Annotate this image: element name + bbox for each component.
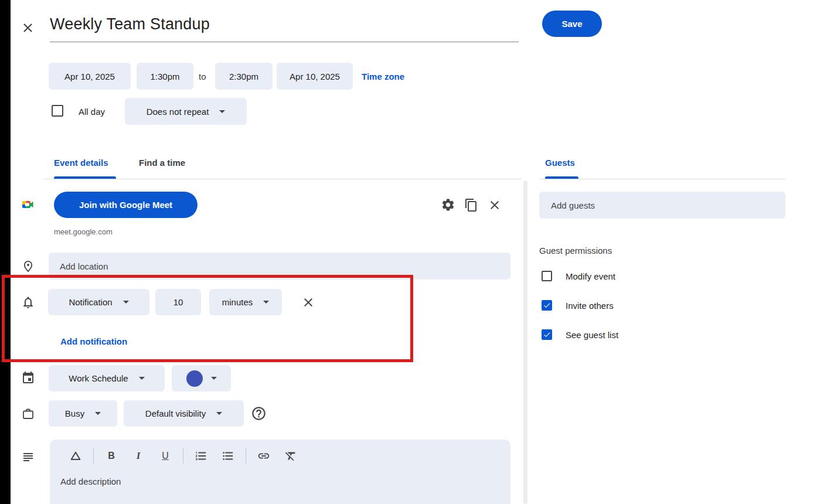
join-meet-button[interactable]: Join with Google Meet: [54, 192, 198, 218]
close-editor-button[interactable]: [19, 19, 36, 36]
bulleted-list-icon: [222, 449, 234, 462]
notification-type-value: Notification: [69, 297, 112, 307]
chevron-down-icon: [123, 301, 129, 304]
see-guest-list-label: See guest list: [566, 330, 618, 340]
google-meet-icon: [21, 197, 35, 212]
title-underline: [50, 42, 519, 42]
remove-notification-button[interactable]: [301, 295, 315, 309]
chevron-down-icon: [219, 110, 225, 113]
tabs-divider-left: [44, 179, 522, 179]
toolbar-divider: [93, 448, 94, 464]
toolbar-divider: [183, 448, 183, 464]
description-icon: [21, 450, 35, 464]
modify-event-checkbox[interactable]: [542, 271, 552, 281]
invite-others-label: Invite others: [566, 301, 614, 311]
meet-url-text: meet.google.com: [54, 227, 113, 236]
notification-type-dropdown[interactable]: Notification: [48, 289, 149, 315]
tab-find-a-time[interactable]: Find a time: [139, 158, 185, 168]
end-date-chip[interactable]: Apr 10, 2025: [277, 63, 353, 90]
briefcase-icon: [21, 407, 35, 421]
busy-status-dropdown[interactable]: Busy: [49, 400, 117, 427]
annotation-highlight-notification-section: [2, 275, 413, 362]
help-icon: [251, 406, 267, 421]
start-time-chip[interactable]: 1:30pm: [137, 63, 193, 90]
event-color-swatch: [186, 370, 203, 387]
chevron-down-icon: [139, 377, 145, 380]
notification-unit-dropdown[interactable]: minutes: [209, 289, 282, 315]
chevron-down-icon: [216, 412, 222, 415]
drive-icon: [69, 449, 82, 462]
tabs-divider-right: [539, 179, 785, 179]
copy-meet-link-button[interactable]: [464, 198, 478, 212]
visibility-value: Default visibility: [145, 408, 206, 418]
toolbar-divider: [246, 448, 246, 464]
invite-others-checkbox[interactable]: [542, 300, 552, 311]
notification-amount-input[interactable]: [155, 289, 201, 315]
notification-bell-icon: [21, 295, 35, 309]
location-pin-icon: [21, 259, 35, 273]
save-button[interactable]: Save: [542, 11, 602, 37]
close-icon: [301, 295, 315, 309]
description-toolbar: B I U: [50, 440, 510, 465]
description-placeholder[interactable]: Add description: [60, 476, 121, 486]
recurrence-value: Does not repeat: [147, 107, 209, 117]
event-title-input[interactable]: Weekly Team Standup: [50, 15, 210, 33]
close-icon: [488, 198, 502, 212]
clear-formatting-icon: [284, 449, 297, 462]
add-guests-input[interactable]: [539, 192, 785, 219]
chevron-down-icon: [263, 301, 269, 304]
location-input[interactable]: [49, 253, 510, 280]
add-notification-link[interactable]: Add notification: [60, 336, 127, 346]
modify-event-label: Modify event: [566, 271, 615, 281]
chevron-down-icon: [211, 377, 217, 380]
recurrence-dropdown[interactable]: Does not repeat: [125, 98, 247, 125]
description-editor[interactable]: B I U Add description: [50, 440, 510, 504]
start-date-chip[interactable]: Apr 10, 2025: [49, 63, 131, 90]
left-edge-strip: [0, 0, 11, 504]
calendar-select-dropdown[interactable]: Work Schedule: [49, 365, 165, 391]
bulleted-list-button[interactable]: [217, 447, 239, 465]
attach-drive-button[interactable]: [65, 447, 86, 465]
close-icon: [21, 21, 35, 35]
check-icon: [543, 301, 551, 310]
end-time-chip[interactable]: 2:30pm: [215, 63, 273, 90]
clear-formatting-button[interactable]: [280, 447, 301, 465]
to-label: to: [199, 71, 206, 81]
numbered-list-button[interactable]: [190, 447, 212, 465]
tab-event-details[interactable]: Event details: [54, 158, 108, 168]
notification-unit-value: minutes: [222, 297, 253, 307]
meet-settings-button[interactable]: [441, 197, 455, 212]
see-guest-list-checkbox[interactable]: [542, 329, 552, 340]
panel-scrollbar[interactable]: [523, 181, 527, 504]
underline-button[interactable]: U: [155, 447, 176, 465]
chevron-down-icon: [95, 412, 101, 415]
guest-permissions-title: Guest permissions: [539, 246, 612, 256]
all-day-checkbox[interactable]: [52, 105, 63, 117]
link-icon: [257, 449, 270, 462]
remove-meet-button[interactable]: [488, 198, 502, 212]
event-edit-screen: Weekly Team Standup Save Apr 10, 2025 1:…: [0, 0, 834, 504]
tab-guests[interactable]: Guests: [545, 158, 575, 168]
copy-icon: [464, 198, 478, 212]
visibility-dropdown[interactable]: Default visibility: [124, 400, 244, 427]
insert-link-button[interactable]: [253, 447, 274, 465]
all-day-label: All day: [79, 107, 105, 117]
calendar-icon: [21, 371, 35, 385]
time-zone-link[interactable]: Time zone: [362, 71, 404, 81]
gear-icon: [441, 197, 455, 212]
check-icon: [543, 330, 551, 339]
calendar-name-value: Work Schedule: [69, 373, 128, 383]
busy-value: Busy: [65, 408, 84, 418]
bold-button[interactable]: B: [101, 447, 122, 465]
italic-button[interactable]: I: [128, 447, 149, 465]
numbered-list-icon: [195, 449, 207, 462]
event-color-dropdown[interactable]: [172, 365, 231, 391]
visibility-help-button[interactable]: [251, 406, 267, 421]
